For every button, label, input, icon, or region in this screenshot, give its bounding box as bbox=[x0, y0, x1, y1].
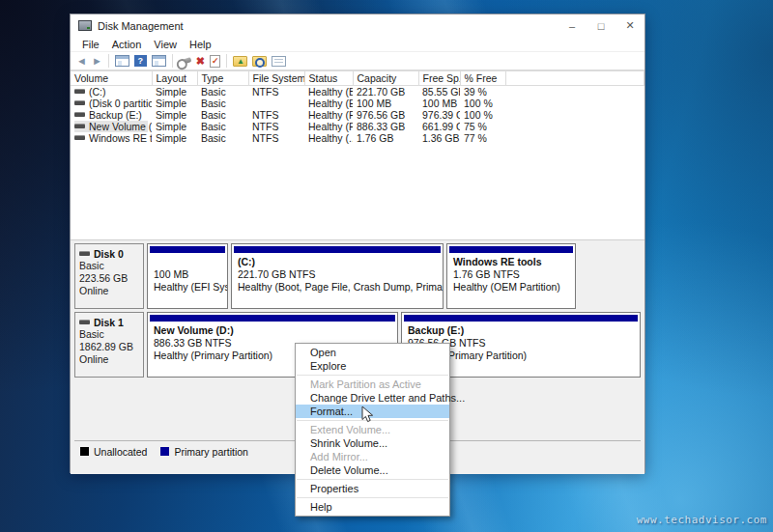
menu-view[interactable]: View bbox=[154, 39, 177, 50]
partition-status: Healthy (Boot, Page File, Crash Dump, Pr… bbox=[234, 281, 441, 294]
partition-title: Backup (E:) bbox=[404, 324, 638, 337]
menu-item-properties[interactable]: Properties bbox=[296, 482, 449, 495]
volume-name: Windows RE tools bbox=[89, 132, 152, 144]
disk-icon bbox=[79, 321, 90, 324]
col-volume[interactable]: Volume bbox=[71, 71, 152, 86]
delete-icon[interactable]: ✖ bbox=[196, 56, 205, 67]
disk-name: Disk 0 bbox=[94, 248, 124, 260]
console-tree-icon[interactable] bbox=[115, 55, 129, 67]
window-title: Disk Management bbox=[98, 20, 184, 32]
menu-separator bbox=[297, 497, 448, 498]
volume-icon bbox=[74, 125, 85, 128]
col-capacity[interactable]: Capacity bbox=[353, 71, 418, 86]
forward-icon[interactable]: ► bbox=[92, 56, 102, 67]
table-row[interactable]: (C:) Simple Basic NTFS Healthy (B... 221… bbox=[71, 86, 644, 98]
partition-title: New Volume (D:) bbox=[150, 324, 395, 337]
menu-item-open[interactable]: Open bbox=[296, 346, 449, 359]
volume-icon bbox=[74, 101, 85, 105]
menu-item-extend-volume: Extend Volume... bbox=[296, 423, 449, 436]
partition-title bbox=[150, 256, 225, 268]
partition-title: Windows RE tools bbox=[449, 256, 573, 268]
maximize-button[interactable]: □ bbox=[587, 14, 616, 37]
primary-partition-swatch-icon bbox=[160, 447, 169, 456]
disk-name: Disk 1 bbox=[94, 317, 124, 328]
wrench-icon[interactable] bbox=[178, 57, 191, 66]
legend-label: Unallocated bbox=[94, 446, 147, 458]
table-row-selected[interactable]: New Volume (... Simple Basic NTFS Health… bbox=[71, 121, 644, 132]
table-row[interactable]: Windows RE tools Simple Basic NTFS Healt… bbox=[71, 132, 644, 144]
partition-size: 1.76 GB NTFS bbox=[449, 268, 573, 281]
watermark: www.techadvisor.com bbox=[637, 514, 767, 526]
partition-color-bar bbox=[150, 315, 395, 322]
partition-c[interactable]: (C:) 221.70 GB NTFS Healthy (Boot, Page … bbox=[231, 243, 444, 309]
table-row[interactable]: Backup (E:) Simple Basic NTFS Healthy (P… bbox=[71, 109, 644, 121]
mouse-cursor-icon bbox=[361, 406, 374, 424]
check-document-icon[interactable]: ✓ bbox=[210, 55, 220, 68]
col-status[interactable]: Status bbox=[304, 71, 353, 86]
menu-item-change-drive-letter[interactable]: Change Drive Letter and Paths... bbox=[296, 391, 449, 405]
col-type[interactable]: Type bbox=[197, 71, 248, 86]
volume-icon bbox=[74, 113, 85, 117]
col-layout[interactable]: Layout bbox=[152, 71, 197, 86]
volume-icon bbox=[74, 90, 85, 94]
app-icon bbox=[78, 20, 92, 31]
partition-color-bar bbox=[150, 246, 225, 253]
menu-item-add-mirror: Add Mirror... bbox=[296, 450, 449, 463]
close-button[interactable]: ✕ bbox=[616, 14, 644, 37]
folder-up-icon[interactable]: ▲ bbox=[233, 56, 247, 67]
partition-color-bar bbox=[449, 246, 573, 253]
volume-name: Backup (E:) bbox=[89, 109, 142, 121]
disk-status: Online bbox=[79, 353, 143, 366]
legend-unallocated: Unallocated bbox=[80, 446, 147, 458]
partition-status: Healthy (EFI System bbox=[150, 281, 225, 294]
menu-bar: File Action View Help bbox=[71, 37, 644, 51]
col-pct-free[interactable]: % Free bbox=[460, 71, 505, 86]
back-icon[interactable]: ◄ bbox=[76, 56, 87, 67]
volume-icon bbox=[74, 136, 85, 140]
volume-name: (Disk 0 partition 1) bbox=[89, 98, 152, 109]
volume-list-panel: Volume Layout Type File System Status Ca… bbox=[71, 70, 644, 239]
toolbar-separator bbox=[108, 54, 109, 68]
partition-efi[interactable]: 100 MB Healthy (EFI System bbox=[147, 243, 228, 309]
disk-size: 223.56 GB bbox=[79, 272, 143, 285]
menu-help[interactable]: Help bbox=[189, 39, 212, 50]
menu-action[interactable]: Action bbox=[112, 39, 142, 50]
table-row[interactable]: (Disk 0 partition 1) Simple Basic Health… bbox=[71, 98, 644, 109]
partition-title: (C:) bbox=[234, 256, 441, 268]
fields-icon[interactable] bbox=[272, 56, 286, 67]
col-free-space[interactable]: Free Sp... bbox=[418, 71, 460, 86]
window-controls: – □ ✕ bbox=[558, 14, 644, 37]
menu-separator bbox=[297, 375, 448, 376]
volume-name: New Volume (... bbox=[89, 121, 152, 132]
volume-table: Volume Layout Type File System Status Ca… bbox=[71, 70, 644, 144]
disk-1-label[interactable]: Disk 1 Basic 1862.89 GB Online bbox=[74, 312, 144, 378]
toolbar-separator bbox=[172, 54, 173, 68]
legend-primary-partition: Primary partition bbox=[160, 446, 247, 458]
disk-kind: Basic bbox=[79, 260, 143, 272]
disk-size: 1862.89 GB bbox=[79, 341, 143, 353]
disk-icon bbox=[79, 252, 90, 256]
context-menu: Open Explore Mark Partition as Active Ch… bbox=[295, 343, 450, 517]
folder-search-icon[interactable] bbox=[252, 56, 267, 67]
menu-item-delete-volume[interactable]: Delete Volume... bbox=[296, 463, 449, 477]
disk-status: Online bbox=[79, 285, 143, 297]
up-arrow-glyph: ▲ bbox=[237, 56, 244, 67]
menu-item-shrink-volume[interactable]: Shrink Volume... bbox=[296, 436, 449, 450]
help-icon[interactable]: ? bbox=[134, 55, 147, 67]
col-file-system[interactable]: File System bbox=[248, 71, 304, 86]
menu-item-help[interactable]: Help bbox=[296, 500, 449, 514]
partition-color-bar bbox=[404, 315, 638, 322]
volume-table-header: Volume Layout Type File System Status Ca… bbox=[71, 71, 644, 86]
minimize-button[interactable]: – bbox=[558, 14, 587, 37]
titlebar[interactable]: Disk Management – □ ✕ bbox=[71, 14, 644, 37]
menu-item-mark-partition-active: Mark Partition as Active bbox=[296, 378, 449, 391]
menu-item-explore[interactable]: Explore bbox=[296, 359, 449, 373]
partition-windows-re[interactable]: Windows RE tools 1.76 GB NTFS Healthy (O… bbox=[446, 243, 576, 309]
disk-0-label[interactable]: Disk 0 Basic 223.56 GB Online bbox=[74, 243, 144, 309]
partition-size: 100 MB bbox=[150, 268, 225, 281]
col-empty bbox=[505, 71, 644, 86]
show-window-icon[interactable] bbox=[152, 55, 166, 67]
menu-file[interactable]: File bbox=[82, 39, 100, 50]
unallocated-swatch-icon bbox=[80, 447, 89, 456]
disk-kind: Basic bbox=[79, 328, 143, 341]
